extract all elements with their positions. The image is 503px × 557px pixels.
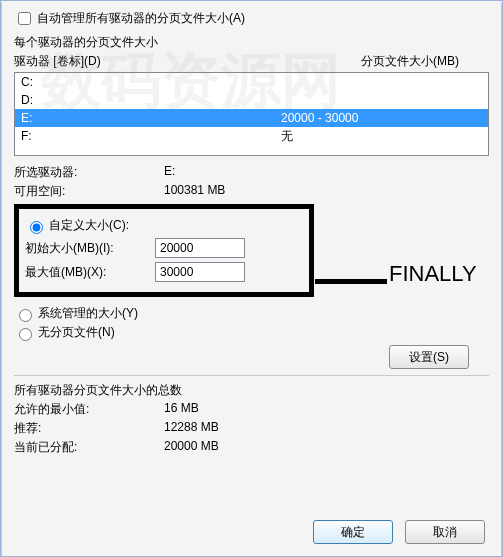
recommended-label: 推荐: [14,420,164,437]
dialog-buttons: 确定 取消 [313,520,485,544]
system-managed-radio[interactable] [19,309,32,322]
drive-letter: D: [21,91,281,109]
current-value: 20000 MB [164,439,219,456]
auto-manage-checkbox[interactable] [18,12,31,25]
selected-drive-value: E: [164,164,175,181]
no-paging-label: 无分页文件(N) [38,324,115,341]
cancel-button[interactable]: 取消 [405,520,485,544]
set-button-row: 设置(S) [14,345,489,369]
list-item[interactable]: C: [15,73,488,91]
virtual-memory-dialog: 自动管理所有驱动器的分页文件大小(A) 每个驱动器的分页文件大小 驱动器 [卷标… [0,0,503,557]
per-drive-title: 每个驱动器的分页文件大小 [14,34,489,51]
totals-title: 所有驱动器分页文件大小的总数 [14,382,489,399]
drive-pagefile [281,73,482,91]
min-row: 允许的最小值: 16 MB [14,401,489,418]
custom-size-radio[interactable] [30,221,43,234]
drive-pagefile: 20000 - 30000 [281,109,482,127]
drive-pagefile: 无 [281,127,482,145]
set-button[interactable]: 设置(S) [389,345,469,369]
separator [14,375,489,376]
max-size-label: 最大值(MB)(X): [25,264,155,281]
auto-manage-label: 自动管理所有驱动器的分页文件大小(A) [37,10,245,27]
col-drive: 驱动器 [卷标](D) [14,53,101,70]
max-size-row: 最大值(MB)(X): [25,262,303,282]
free-space-value: 100381 MB [164,183,225,200]
custom-size-radio-row: 自定义大小(C): [25,217,303,234]
col-pagefile: 分页文件大小(MB) [361,53,459,70]
free-space-label: 可用空间: [14,183,164,200]
custom-size-group: 自定义大小(C): 初始大小(MB)(I): 最大值(MB)(X): [14,204,314,297]
current-label: 当前已分配: [14,439,164,456]
totals-group: 所有驱动器分页文件大小的总数 允许的最小值: 16 MB 推荐: 12288 M… [14,382,489,456]
list-item[interactable]: D: [15,91,488,109]
recommended-row: 推荐: 12288 MB [14,420,489,437]
drive-list[interactable]: C: D: E: 20000 - 30000 F: 无 [14,72,489,156]
initial-size-row: 初始大小(MB)(I): [25,238,303,258]
initial-size-label: 初始大小(MB)(I): [25,240,155,257]
annotation-line [315,279,387,284]
min-value: 16 MB [164,401,199,418]
drive-pagefile [281,91,482,109]
min-label: 允许的最小值: [14,401,164,418]
max-size-input[interactable] [155,262,245,282]
custom-size-label: 自定义大小(C): [49,217,129,234]
system-managed-label: 系统管理的大小(Y) [38,305,138,322]
selected-drive-row: 所选驱动器: E: [14,164,489,181]
recommended-value: 12288 MB [164,420,219,437]
auto-manage-row: 自动管理所有驱动器的分页文件大小(A) [14,9,489,28]
list-item[interactable]: E: 20000 - 30000 [15,109,488,127]
drive-letter: E: [21,109,281,127]
system-managed-row: 系统管理的大小(Y) [14,305,489,322]
free-space-row: 可用空间: 100381 MB [14,183,489,200]
list-item[interactable]: F: 无 [15,127,488,145]
no-paging-radio[interactable] [19,328,32,341]
current-row: 当前已分配: 20000 MB [14,439,489,456]
no-paging-row: 无分页文件(N) [14,324,489,341]
initial-size-input[interactable] [155,238,245,258]
drive-letter: C: [21,73,281,91]
ok-button[interactable]: 确定 [313,520,393,544]
annotation-text: FINALLY [389,261,477,287]
drive-letter: F: [21,127,281,145]
list-headers: 驱动器 [卷标](D) 分页文件大小(MB) [14,53,489,70]
selected-drive-label: 所选驱动器: [14,164,164,181]
